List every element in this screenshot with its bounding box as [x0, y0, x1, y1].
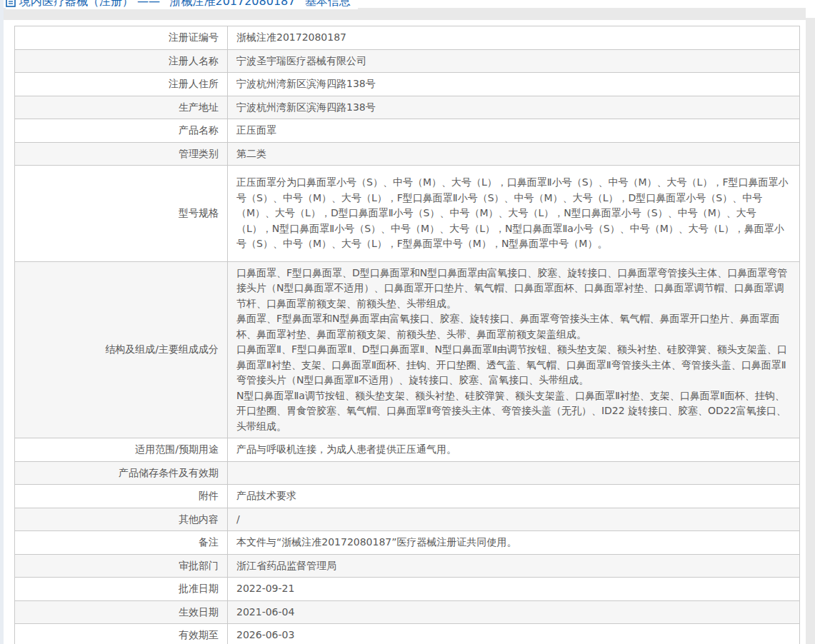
table-row: 生产地址 宁波杭州湾新区滨海四路138号 — [15, 96, 800, 119]
page-title-text: 境内医疗器械（注册） —— “浙械注准20172080187” 基本信息 — [19, 0, 351, 9]
row-label: 适用范围/预期用途 — [15, 438, 228, 462]
row-value: 宁波杭州湾新区滨海四路138号 — [228, 96, 800, 119]
row-value: 口鼻面罩、F型口鼻面罩、D型口鼻面罩和N型口鼻面罩由富氧接口、胶塞、旋转接口、口… — [228, 261, 800, 438]
row-value: 产品技术要求 — [228, 485, 800, 508]
row-label: 备注 — [15, 531, 228, 555]
row-value: / — [228, 508, 800, 531]
table-row: 审批部门 浙江省药品监督管理局 — [15, 554, 800, 578]
row-value: 宁波圣宇瑞医疗器械有限公司 — [228, 49, 800, 73]
row-value: 浙械注准20172080187 — [228, 26, 800, 50]
row-label: 有效期至 — [15, 624, 228, 644]
row-label: 结构及组成/主要组成成分 — [15, 261, 228, 438]
row-label: 生产地址 — [15, 96, 228, 119]
row-label: 生效日期 — [15, 600, 228, 624]
table-row: 注册人住所 宁波杭州湾新区滨海四路138号 — [15, 73, 800, 96]
row-value: 2026-06-03 — [228, 624, 800, 644]
document-icon — [6, 0, 16, 7]
row-label: 附件 — [15, 485, 228, 508]
row-value: 正压面罩 — [228, 119, 800, 143]
row-value — [228, 461, 800, 485]
table-row-model-specs: 型号规格 正压面罩分为口鼻面罩小号（S）、中号（M）、大号（L），口鼻面罩Ⅱ小号… — [15, 166, 800, 262]
row-value: 产品与呼吸机连接，为成人患者提供正压通气用。 — [228, 438, 800, 462]
table-row: 产品名称 正压面罩 — [15, 119, 800, 143]
row-label: 型号规格 — [15, 166, 228, 262]
table-row: 备注 本文件与“浙械注准20172080187”医疗器械注册证共同使用。 — [15, 531, 800, 555]
table-row: 其他内容 / — [15, 508, 800, 531]
page-title: 境内医疗器械（注册） —— “浙械注准20172080187” 基本信息 — [6, 0, 358, 9]
table-row-composition: 结构及组成/主要组成成分 口鼻面罩、F型口鼻面罩、D型口鼻面罩和N型口鼻面罩由富… — [15, 261, 800, 438]
row-label: 产品储存条件及有效期 — [15, 461, 228, 485]
row-value: 2022-09-21 — [228, 578, 800, 601]
table-row: 管理类别 第二类 — [15, 142, 800, 166]
table-row: 附件 产品技术要求 — [15, 485, 800, 508]
row-label: 注册人名称 — [15, 49, 228, 73]
table-row: 注册人名称 宁波圣宇瑞医疗器械有限公司 — [15, 49, 800, 73]
composition-paragraph: 口鼻面罩Ⅱ、F型口鼻面罩Ⅱ、D型口鼻面罩Ⅱ、N型口鼻面罩Ⅱ由调节按钮、额头垫支架… — [236, 342, 791, 388]
row-value: 正压面罩分为口鼻面罩小号（S）、中号（M）、大号（L），口鼻面罩Ⅱ小号（S）、中… — [228, 166, 800, 262]
composition-paragraph: 口鼻面罩、F型口鼻面罩、D型口鼻面罩和N型口鼻面罩由富氧接口、胶塞、旋转接口、口… — [236, 266, 791, 312]
row-label: 产品名称 — [15, 119, 228, 143]
table-row: 有效期至 2026-06-03 — [15, 624, 800, 644]
table-row: 产品储存条件及有效期 — [15, 461, 800, 485]
row-label: 注册证编号 — [15, 26, 228, 50]
composition-paragraph: 鼻面罩、F型鼻面罩和N型鼻面罩由富氧接口、胶塞、旋转接口、鼻面罩弯管接头主体、氧… — [236, 311, 791, 342]
row-label: 审批部门 — [15, 554, 228, 578]
row-value: 2021-06-04 — [228, 600, 800, 624]
table-row: 生效日期 2021-06-04 — [15, 600, 800, 624]
row-value: 宁波杭州湾新区滨海四路138号 — [228, 73, 800, 96]
table-row: 适用范围/预期用途 产品与呼吸机连接，为成人患者提供正压通气用。 — [15, 438, 800, 462]
row-value: 第二类 — [228, 142, 800, 166]
table-row: 注册证编号 浙械注准20172080187 — [15, 26, 800, 50]
row-value: 浙江省药品监督管理局 — [228, 554, 800, 578]
left-edge-strip — [0, 0, 4, 644]
row-label: 其他内容 — [15, 508, 228, 531]
row-value: 本文件与“浙械注准20172080187”医疗器械注册证共同使用。 — [228, 531, 800, 555]
registration-info-table: 注册证编号 浙械注准20172080187 注册人名称 宁波圣宇瑞医疗器械有限公… — [14, 26, 800, 644]
composition-paragraph: N型口鼻面罩Ⅱa调节按钮、额头垫支架、额头衬垫、硅胶弹簧、额头支架盖、口鼻面罩Ⅱ… — [236, 388, 791, 435]
vertical-scrollbar[interactable] — [806, 18, 815, 644]
row-label: 批准日期 — [15, 578, 228, 601]
header-divider-band — [4, 8, 806, 20]
table-row: 批准日期 2022-09-21 — [15, 578, 800, 601]
row-label: 注册人住所 — [15, 73, 228, 96]
row-label: 管理类别 — [15, 142, 228, 166]
